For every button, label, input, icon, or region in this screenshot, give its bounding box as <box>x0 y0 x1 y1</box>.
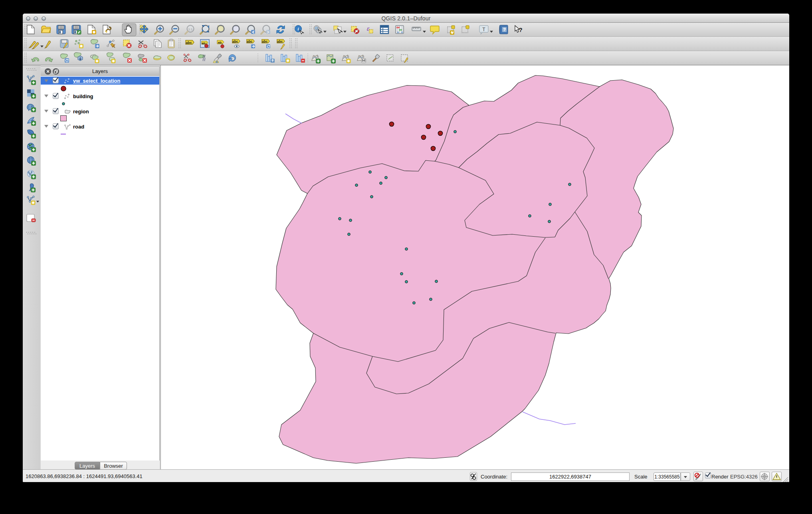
svg-text:ab: ab <box>218 41 222 44</box>
svg-text:T: T <box>482 27 485 32</box>
svg-text:ab: ab <box>202 42 205 45</box>
svg-text:?: ? <box>519 26 522 33</box>
svg-text:1:1: 1:1 <box>188 28 193 31</box>
svg-text:?: ? <box>503 27 506 32</box>
